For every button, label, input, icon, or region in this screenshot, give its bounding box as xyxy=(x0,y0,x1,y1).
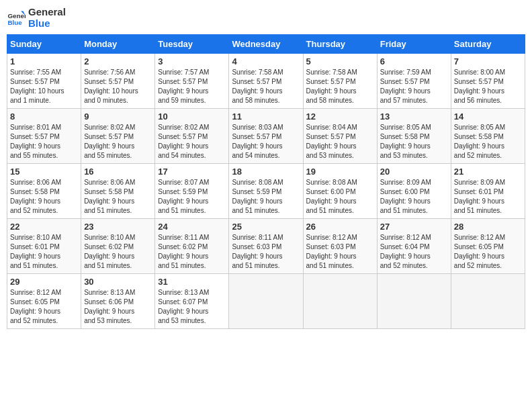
calendar-cell: 25Sunrise: 8:11 AMSunset: 6:03 PMDayligh… xyxy=(229,219,303,274)
week-row-2: 8Sunrise: 8:01 AMSunset: 5:57 PMDaylight… xyxy=(7,109,525,164)
day-number: 1 xyxy=(10,56,78,66)
day-number: 12 xyxy=(306,111,374,122)
day-info: Sunrise: 8:04 AMSunset: 5:57 PMDaylight:… xyxy=(306,123,374,161)
calendar-cell: 15Sunrise: 8:06 AMSunset: 5:58 PMDayligh… xyxy=(7,164,81,219)
weekday-header-thursday: Thursday xyxy=(303,35,377,54)
day-info: Sunrise: 8:03 AMSunset: 5:57 PMDaylight:… xyxy=(232,123,300,161)
day-info: Sunrise: 8:02 AMSunset: 5:57 PMDaylight:… xyxy=(158,123,226,161)
day-info: Sunrise: 7:56 AMSunset: 5:57 PMDaylight:… xyxy=(84,68,152,105)
week-row-5: 29Sunrise: 8:12 AMSunset: 6:05 PMDayligh… xyxy=(7,274,525,329)
calendar-cell: 1Sunrise: 7:55 AMSunset: 5:57 PMDaylight… xyxy=(7,54,81,109)
calendar-cell xyxy=(377,274,451,329)
day-number: 17 xyxy=(158,167,226,177)
day-number: 26 xyxy=(306,222,374,232)
calendar-cell: 31Sunrise: 8:13 AMSunset: 6:07 PMDayligh… xyxy=(155,274,229,329)
calendar-cell: 7Sunrise: 8:00 AMSunset: 5:57 PMDaylight… xyxy=(451,54,525,109)
calendar-cell: 21Sunrise: 8:09 AMSunset: 6:01 PMDayligh… xyxy=(451,164,525,219)
day-number: 6 xyxy=(380,56,448,66)
day-number: 29 xyxy=(10,277,78,287)
weekday-header-wednesday: Wednesday xyxy=(229,35,303,54)
calendar-cell: 27Sunrise: 8:12 AMSunset: 6:04 PMDayligh… xyxy=(377,219,451,274)
calendar-cell: 16Sunrise: 8:06 AMSunset: 5:58 PMDayligh… xyxy=(81,164,155,219)
calendar-cell: 10Sunrise: 8:02 AMSunset: 5:57 PMDayligh… xyxy=(155,109,229,164)
weekday-header-row: SundayMondayTuesdayWednesdayThursdayFrid… xyxy=(7,35,525,54)
week-row-3: 15Sunrise: 8:06 AMSunset: 5:58 PMDayligh… xyxy=(7,164,525,219)
day-number: 31 xyxy=(158,277,226,287)
calendar-cell xyxy=(451,274,525,329)
day-info: Sunrise: 8:05 AMSunset: 5:58 PMDaylight:… xyxy=(454,123,522,161)
calendar-cell: 6Sunrise: 7:59 AMSunset: 5:57 PMDaylight… xyxy=(377,54,451,109)
day-number: 21 xyxy=(454,167,522,177)
day-info: Sunrise: 8:06 AMSunset: 5:58 PMDaylight:… xyxy=(10,178,78,216)
day-number: 2 xyxy=(84,56,152,66)
day-info: Sunrise: 8:09 AMSunset: 6:00 PMDaylight:… xyxy=(380,178,448,216)
calendar-cell: 22Sunrise: 8:10 AMSunset: 6:01 PMDayligh… xyxy=(7,219,81,274)
day-number: 16 xyxy=(84,167,152,177)
week-row-4: 22Sunrise: 8:10 AMSunset: 6:01 PMDayligh… xyxy=(7,219,525,274)
calendar-cell: 29Sunrise: 8:12 AMSunset: 6:05 PMDayligh… xyxy=(7,274,81,329)
day-number: 25 xyxy=(232,222,300,232)
day-info: Sunrise: 8:09 AMSunset: 6:01 PMDaylight:… xyxy=(454,178,522,216)
day-number: 30 xyxy=(84,277,152,287)
day-number: 4 xyxy=(232,56,300,66)
weekday-header-saturday: Saturday xyxy=(451,35,525,54)
day-info: Sunrise: 8:13 AMSunset: 6:07 PMDaylight:… xyxy=(158,288,226,326)
calendar-cell xyxy=(303,274,377,329)
day-info: Sunrise: 8:10 AMSunset: 6:02 PMDaylight:… xyxy=(84,233,152,271)
day-number: 27 xyxy=(380,222,448,232)
calendar-cell xyxy=(229,274,303,329)
day-number: 11 xyxy=(232,111,300,122)
day-number: 15 xyxy=(10,167,78,177)
day-info: Sunrise: 8:08 AMSunset: 5:59 PMDaylight:… xyxy=(232,178,300,216)
logo: General Blue General Blue xyxy=(7,7,66,29)
calendar-cell: 28Sunrise: 8:12 AMSunset: 6:05 PMDayligh… xyxy=(451,219,525,274)
calendar-cell: 4Sunrise: 7:58 AMSunset: 5:57 PMDaylight… xyxy=(229,54,303,109)
calendar-cell: 26Sunrise: 8:12 AMSunset: 6:03 PMDayligh… xyxy=(303,219,377,274)
logo-icon: General Blue xyxy=(7,9,26,28)
day-number: 22 xyxy=(10,222,78,232)
calendar-cell: 8Sunrise: 8:01 AMSunset: 5:57 PMDaylight… xyxy=(7,109,81,164)
calendar: SundayMondayTuesdayWednesdayThursdayFrid… xyxy=(7,34,525,329)
day-info: Sunrise: 8:10 AMSunset: 6:01 PMDaylight:… xyxy=(10,233,78,271)
calendar-cell: 12Sunrise: 8:04 AMSunset: 5:57 PMDayligh… xyxy=(303,109,377,164)
day-number: 19 xyxy=(306,167,374,177)
day-number: 3 xyxy=(158,56,226,66)
day-info: Sunrise: 8:01 AMSunset: 5:57 PMDaylight:… xyxy=(10,123,78,161)
calendar-cell: 2Sunrise: 7:56 AMSunset: 5:57 PMDaylight… xyxy=(81,54,155,109)
day-info: Sunrise: 7:59 AMSunset: 5:57 PMDaylight:… xyxy=(380,68,448,105)
svg-text:Blue: Blue xyxy=(7,18,22,26)
day-info: Sunrise: 8:11 AMSunset: 6:02 PMDaylight:… xyxy=(158,233,226,271)
week-row-1: 1Sunrise: 7:55 AMSunset: 5:57 PMDaylight… xyxy=(7,54,525,109)
day-info: Sunrise: 7:58 AMSunset: 5:57 PMDaylight:… xyxy=(232,68,300,105)
day-info: Sunrise: 8:05 AMSunset: 5:58 PMDaylight:… xyxy=(380,123,448,161)
calendar-cell: 17Sunrise: 8:07 AMSunset: 5:59 PMDayligh… xyxy=(155,164,229,219)
day-number: 13 xyxy=(380,111,448,122)
calendar-cell: 20Sunrise: 8:09 AMSunset: 6:00 PMDayligh… xyxy=(377,164,451,219)
calendar-body: 1Sunrise: 7:55 AMSunset: 5:57 PMDaylight… xyxy=(7,54,525,329)
calendar-cell: 18Sunrise: 8:08 AMSunset: 5:59 PMDayligh… xyxy=(229,164,303,219)
day-number: 23 xyxy=(84,222,152,232)
calendar-cell: 19Sunrise: 8:08 AMSunset: 6:00 PMDayligh… xyxy=(303,164,377,219)
day-info: Sunrise: 8:12 AMSunset: 6:05 PMDaylight:… xyxy=(454,233,522,271)
day-info: Sunrise: 8:12 AMSunset: 6:05 PMDaylight:… xyxy=(10,288,78,326)
weekday-header-friday: Friday xyxy=(377,35,451,54)
calendar-cell: 13Sunrise: 8:05 AMSunset: 5:58 PMDayligh… xyxy=(377,109,451,164)
day-info: Sunrise: 8:13 AMSunset: 6:06 PMDaylight:… xyxy=(84,288,152,326)
calendar-cell: 11Sunrise: 8:03 AMSunset: 5:57 PMDayligh… xyxy=(229,109,303,164)
weekday-header-monday: Monday xyxy=(81,35,155,54)
day-info: Sunrise: 7:58 AMSunset: 5:57 PMDaylight:… xyxy=(306,68,374,105)
calendar-cell: 24Sunrise: 8:11 AMSunset: 6:02 PMDayligh… xyxy=(155,219,229,274)
calendar-cell: 30Sunrise: 8:13 AMSunset: 6:06 PMDayligh… xyxy=(81,274,155,329)
day-info: Sunrise: 8:08 AMSunset: 6:00 PMDaylight:… xyxy=(306,178,374,216)
day-info: Sunrise: 8:07 AMSunset: 5:59 PMDaylight:… xyxy=(158,178,226,216)
day-number: 18 xyxy=(232,167,300,177)
calendar-cell: 9Sunrise: 8:02 AMSunset: 5:57 PMDaylight… xyxy=(81,109,155,164)
day-number: 20 xyxy=(380,167,448,177)
weekday-header-sunday: Sunday xyxy=(7,35,81,54)
day-info: Sunrise: 8:11 AMSunset: 6:03 PMDaylight:… xyxy=(232,233,300,271)
weekday-header-tuesday: Tuesday xyxy=(155,35,229,54)
day-number: 5 xyxy=(306,56,374,66)
day-number: 9 xyxy=(84,111,152,122)
day-info: Sunrise: 8:12 AMSunset: 6:03 PMDaylight:… xyxy=(306,233,374,271)
day-number: 10 xyxy=(158,111,226,122)
